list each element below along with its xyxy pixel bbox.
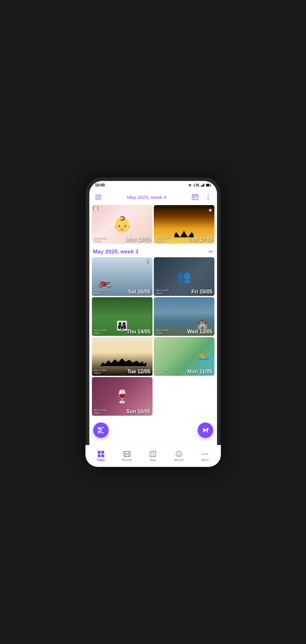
date-big-may14: Thu 14/05 bbox=[127, 329, 151, 335]
scissors-icon-fab bbox=[97, 426, 105, 434]
nav-movies[interactable]: Movies bbox=[114, 449, 140, 463]
svg-point-41 bbox=[202, 453, 203, 455]
svg-marker-34 bbox=[126, 453, 128, 455]
photo-type-icon bbox=[94, 207, 97, 210]
more-nav-icon bbox=[202, 450, 209, 458]
video-icon-fab bbox=[202, 427, 209, 434]
svg-point-40 bbox=[180, 453, 181, 454]
date-big-may12: Tue 12/05 bbox=[127, 369, 151, 374]
toolbar-title: May 2020, week 4 bbox=[104, 194, 190, 200]
lte-label: LTE bbox=[193, 184, 199, 187]
date-overlay-may18: May 18 2020Daylee Mon 18/05 bbox=[92, 235, 153, 244]
map-nav-icon bbox=[149, 450, 156, 458]
date-big-may11: Mon 11/05 bbox=[187, 369, 212, 374]
clips-nav-icon bbox=[97, 450, 104, 458]
date-overlay-may12: May 12 2020Daylee Tue 12/05 bbox=[92, 367, 153, 376]
signal-icon bbox=[201, 184, 205, 187]
date-small-may16: May 16 2020Daylee bbox=[94, 289, 107, 295]
photo-card-may16[interactable]: 🏃 May 16 2020Daylee Sat 16/05 bbox=[92, 257, 153, 296]
week4-grid: May 18 2020Daylee Mon 18/05 ★ May 17 202… bbox=[92, 205, 214, 244]
more-nav-label: More bbox=[202, 458, 209, 462]
fab-video-button[interactable] bbox=[198, 422, 213, 438]
svg-rect-26 bbox=[101, 454, 104, 457]
photo-meta-may18 bbox=[93, 206, 98, 210]
date-small-may15: May 15 2020Daylee bbox=[156, 289, 169, 295]
svg-line-18 bbox=[100, 429, 102, 431]
svg-rect-13 bbox=[195, 197, 196, 198]
moods-nav-icon bbox=[175, 450, 183, 458]
calendar-icon bbox=[192, 194, 198, 200]
photo-card-may13[interactable]: May 13 2020Daylee Wed 13/05 bbox=[154, 297, 214, 336]
svg-point-39 bbox=[178, 453, 179, 454]
svg-rect-7 bbox=[206, 184, 209, 186]
fab-scissors-button[interactable] bbox=[93, 422, 109, 438]
date-small-may12: May 12 2020Daylee bbox=[94, 369, 107, 374]
calendar-button[interactable] bbox=[190, 192, 200, 202]
photo-card-may18[interactable]: May 18 2020Daylee Mon 18/05 bbox=[92, 205, 153, 244]
toolbar-icons: ⋮ bbox=[190, 192, 213, 202]
nav-moods[interactable]: Moods bbox=[166, 449, 192, 463]
date-big-may16: Sat 16/05 bbox=[128, 289, 150, 295]
movies-nav-icon bbox=[123, 450, 131, 458]
week3-grid: 🏃 May 16 2020Daylee Sat 16/05 May 15 202… bbox=[92, 257, 214, 416]
svg-rect-12 bbox=[193, 197, 194, 198]
phone-frame: 10:00 LTE bbox=[85, 177, 221, 467]
date-big-may18: Mon 18/05 bbox=[125, 237, 150, 242]
wifi-icon bbox=[188, 184, 192, 187]
photo-card-may10[interactable]: May 10 2020Daylee Sun 10/05 bbox=[92, 377, 153, 416]
svg-rect-3 bbox=[203, 184, 203, 187]
map-nav-label: Map bbox=[150, 458, 156, 462]
svg-rect-23 bbox=[98, 451, 101, 454]
star-icon-may17: ★ bbox=[208, 207, 212, 213]
date-small-may11: May 11 2020Daylee bbox=[156, 369, 169, 374]
svg-point-0 bbox=[190, 186, 190, 187]
svg-point-42 bbox=[204, 453, 206, 455]
bottom-nav: Clips Movies bbox=[89, 445, 217, 463]
date-big-may15: Fri 15/05 bbox=[192, 289, 212, 295]
svg-rect-1 bbox=[201, 185, 202, 187]
nav-clips[interactable]: Clips bbox=[89, 449, 114, 463]
date-big-may17: Sun 17/05 bbox=[188, 237, 212, 242]
photo-card-may12[interactable]: May 12 2020Daylee Tue 12/05 bbox=[92, 337, 153, 376]
svg-rect-6 bbox=[210, 185, 211, 186]
date-overlay-may13: May 13 2020Daylee Wed 13/05 bbox=[154, 327, 214, 336]
svg-line-17 bbox=[100, 432, 104, 433]
moods-nav-label: Moods bbox=[174, 458, 184, 462]
svg-line-19 bbox=[100, 430, 102, 432]
date-big-may13: Wed 13/05 bbox=[187, 329, 212, 335]
main-scroll-area[interactable]: May 18 2020Daylee Mon 18/05 ★ May 17 202… bbox=[89, 205, 217, 463]
photo-card-may17[interactable]: ★ May 17 2020Daylee Sun 17/05 bbox=[154, 205, 214, 244]
more-options-button[interactable]: ⋮ bbox=[203, 192, 213, 202]
date-small-may18: May 18 2020Daylee bbox=[94, 237, 107, 242]
date-small-may17: May 17 2020Daylee bbox=[156, 237, 169, 242]
svg-rect-25 bbox=[98, 454, 101, 457]
date-overlay-may10: May 10 2020Daylee Sun 10/05 bbox=[92, 407, 153, 416]
svg-rect-2 bbox=[202, 185, 202, 187]
date-big-may10: Sun 10/05 bbox=[126, 409, 151, 414]
photo-card-may11[interactable]: May 11 2020Daylee Mon 11/05 bbox=[154, 337, 214, 376]
svg-marker-35 bbox=[150, 451, 156, 457]
svg-marker-20 bbox=[203, 428, 207, 432]
photo-card-may15[interactable]: May 15 2020Daylee Fri 15/05 bbox=[154, 257, 214, 296]
svg-point-43 bbox=[207, 453, 208, 455]
status-bar: 10:00 LTE bbox=[89, 181, 217, 189]
menu-button[interactable] bbox=[93, 192, 104, 202]
date-small-may14: May 14 2020Daylee bbox=[94, 329, 107, 335]
week3-title: May 2020, week 3 bbox=[93, 249, 139, 255]
photo-card-may14[interactable]: May 14 2020Daylee Thu 14/05 bbox=[92, 297, 153, 336]
date-small-may13: May 13 2020Daylee bbox=[156, 329, 169, 335]
toolbar: May 2020, week 4 ⋮ bbox=[89, 189, 217, 205]
clips-nav-label: Clips bbox=[97, 458, 105, 462]
date-overlay-may15: May 15 2020Daylee Fri 15/05 bbox=[154, 288, 214, 296]
nav-map[interactable]: Map bbox=[140, 449, 166, 463]
phone-screen: 10:00 LTE bbox=[89, 181, 217, 463]
date-overlay-may17: May 17 2020Daylee Sun 17/05 bbox=[154, 235, 214, 244]
svg-rect-24 bbox=[101, 451, 104, 454]
svg-line-16 bbox=[100, 427, 104, 429]
status-time: 10:00 bbox=[95, 183, 105, 187]
week3-scissors-icon[interactable]: ✂ bbox=[208, 248, 213, 255]
battery-icon bbox=[206, 184, 211, 187]
date-overlay-may16: May 16 2020Daylee Sat 16/05 bbox=[92, 288, 153, 296]
nav-more[interactable]: More bbox=[192, 449, 217, 463]
movies-nav-label: Movies bbox=[122, 458, 132, 462]
